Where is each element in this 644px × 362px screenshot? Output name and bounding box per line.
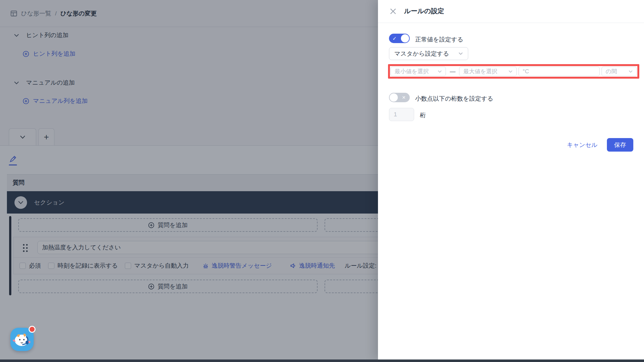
source-select-value: マスタから設定する xyxy=(394,50,449,58)
save-button[interactable]: 保存 xyxy=(607,138,633,152)
decimal-digits-toggle-label: 小数点以下の桁数を設定する xyxy=(415,95,493,103)
source-select[interactable]: マスタから設定する xyxy=(389,47,468,60)
normal-value-toggle[interactable]: ✓ xyxy=(389,34,410,43)
close-icon[interactable] xyxy=(389,8,397,15)
toggle-knob xyxy=(401,34,409,42)
normal-range-row-highlighted: 最小値を選択 — 最大値を選択 の間 xyxy=(388,64,639,79)
chevron-down-icon xyxy=(508,70,513,73)
between-select[interactable]: の間 xyxy=(602,67,637,76)
range-separator: — xyxy=(448,68,457,75)
drawer-actions: キャンセル 保存 xyxy=(378,138,633,152)
notification-badge xyxy=(29,326,36,333)
max-value-select[interactable]: 最大値を選択 xyxy=(459,67,517,76)
digits-input[interactable] xyxy=(389,108,414,121)
digits-unit-label: 桁 xyxy=(420,111,426,120)
cancel-button[interactable]: キャンセル xyxy=(567,141,597,149)
unit-input[interactable] xyxy=(519,67,600,76)
decimal-digits-toggle[interactable]: ✕ xyxy=(389,93,410,102)
normal-value-toggle-label: 正常値を設定する xyxy=(415,36,463,44)
min-value-select[interactable]: 最小値を選択 xyxy=(391,67,446,76)
app-window: ひな形一覧 / ひな形の変更 ヒント列の追加 ヒント列を追加 xyxy=(0,0,644,362)
drawer-title: ルールの設定 xyxy=(404,7,444,15)
rule-settings-drawer: ルールの設定 ✓ 正常値を設定する マスタから設定する 最小値を選択 — xyxy=(378,0,644,359)
min-value-placeholder: 最小値を選択 xyxy=(395,68,429,75)
chevron-down-icon xyxy=(438,70,442,73)
drawer-header: ルールの設定 xyxy=(378,0,644,23)
check-icon: ✓ xyxy=(392,34,397,43)
window-bottom-edge xyxy=(0,359,644,362)
support-chat-widget[interactable] xyxy=(10,328,34,351)
cross-icon: ✕ xyxy=(402,93,406,102)
chevron-down-icon xyxy=(458,52,463,55)
toggle-knob xyxy=(390,93,398,102)
max-value-placeholder: 最大値を選択 xyxy=(463,68,497,75)
chevron-down-icon xyxy=(629,70,633,73)
between-select-value: の間 xyxy=(606,68,617,75)
